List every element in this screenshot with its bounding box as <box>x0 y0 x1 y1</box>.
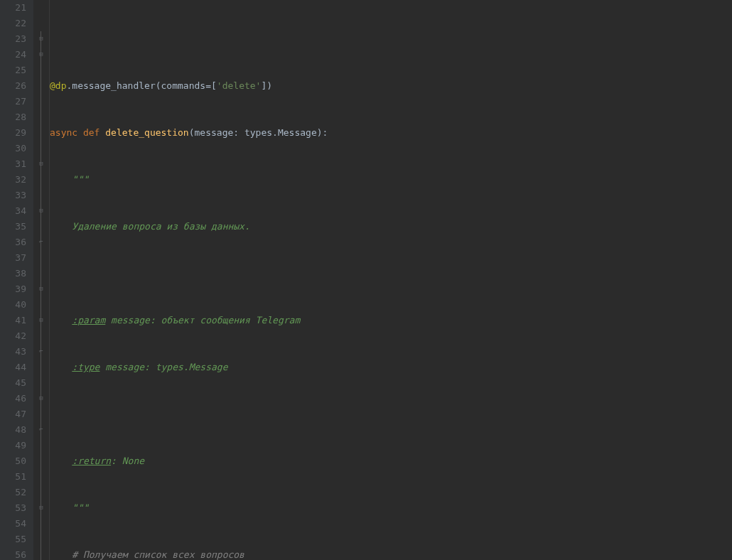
fold-marker-icon[interactable]: ⌐ <box>38 238 45 245</box>
line-number: 46 <box>0 391 26 406</box>
line-number: 54 <box>0 516 26 532</box>
decorator: @dp <box>50 80 66 91</box>
line-number: 28 <box>0 109 26 125</box>
line-number: 27 <box>0 94 26 109</box>
line-number: 31 <box>0 156 26 172</box>
line-number: 39 <box>0 281 26 297</box>
line-number: 45 <box>0 375 26 391</box>
fold-marker-icon[interactable]: ⊟ <box>38 50 45 58</box>
fold-marker-icon[interactable]: ⊟ <box>38 504 45 511</box>
line-number: 51 <box>0 469 26 485</box>
line-number: 38 <box>0 266 26 281</box>
line-number: 42 <box>0 328 26 344</box>
fold-marker-icon[interactable]: ⊟ <box>38 35 45 42</box>
line-number: 29 <box>0 125 26 141</box>
line-number: 44 <box>0 360 26 375</box>
line-number: 56 <box>0 547 26 560</box>
line-number: 36 <box>0 235 26 250</box>
line-number: 47 <box>0 406 26 422</box>
line-number: 48 <box>0 422 26 438</box>
fold-marker-icon[interactable]: ⊟ <box>38 207 45 214</box>
fold-marker-icon[interactable]: ⊟ <box>38 316 45 323</box>
line-number: 49 <box>0 438 26 453</box>
line-number: 30 <box>0 141 26 156</box>
line-number: 32 <box>0 172 26 188</box>
line-number: 25 <box>0 63 26 78</box>
function-name: delete_question <box>105 127 188 138</box>
line-number: 53 <box>0 500 26 516</box>
comment: # Получаем список всех вопросов <box>72 549 244 560</box>
fold-marker-icon[interactable]: ⌐ <box>38 426 45 433</box>
line-number: 33 <box>0 188 26 203</box>
fold-marker-icon[interactable]: ⌐ <box>38 348 45 355</box>
fold-marker-icon[interactable]: ⊟ <box>38 285 45 292</box>
line-number: 43 <box>0 344 26 360</box>
line-number-gutter: 2122232425262728293031323334353637383940… <box>0 0 33 560</box>
code-area[interactable]: @dp.message_handler(commands=['delete'])… <box>50 0 732 560</box>
code-editor[interactable]: 2122232425262728293031323334353637383940… <box>0 0 732 560</box>
line-number: 22 <box>0 16 26 31</box>
fold-marker-icon[interactable]: ⊟ <box>38 394 45 402</box>
line-number: 23 <box>0 31 26 47</box>
line-number: 34 <box>0 203 26 219</box>
line-number: 40 <box>0 297 26 313</box>
line-number: 52 <box>0 485 26 500</box>
line-number: 41 <box>0 313 26 328</box>
line-number: 35 <box>0 219 26 235</box>
line-number: 24 <box>0 47 26 63</box>
fold-column: ⊟ ⊟ ⊟ ⊟ ⌐ ⊟ ⊟ ⌐ ⊟ ⌐ ⊟ <box>33 0 50 560</box>
fold-marker-icon[interactable]: ⊟ <box>38 160 45 167</box>
line-number: 26 <box>0 78 26 94</box>
line-number: 21 <box>0 0 26 16</box>
line-number: 50 <box>0 453 26 469</box>
line-number: 37 <box>0 250 26 266</box>
line-number: 55 <box>0 532 26 547</box>
